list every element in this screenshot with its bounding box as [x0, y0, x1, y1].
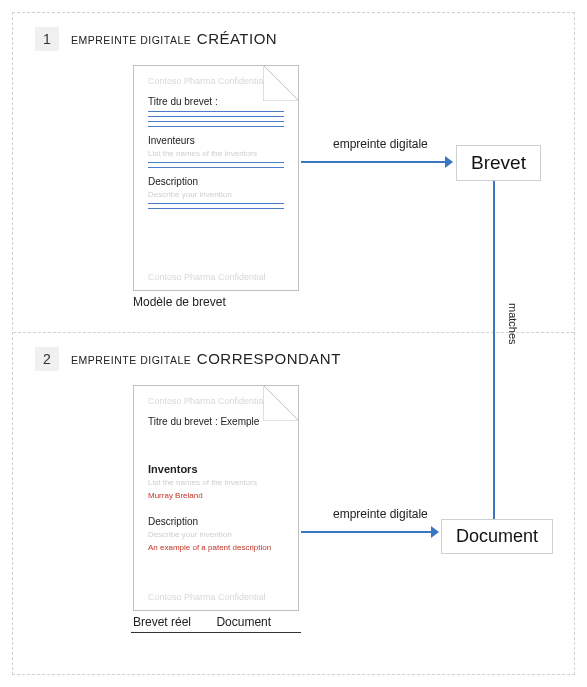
confidential-footer: Contoso Pharma Confidential	[148, 592, 266, 602]
page-fold-icon	[263, 65, 299, 101]
svg-marker-2	[445, 156, 453, 168]
brevet-label: Brevet	[471, 152, 526, 173]
diagram-canvas: 1 EMPREINTE DIGITALE CRÉATION Contoso Ph…	[12, 12, 575, 675]
svg-marker-0	[263, 65, 299, 101]
wave-line	[148, 556, 284, 560]
line	[148, 111, 284, 112]
step-label-2-big: CORRESPONDANT	[197, 350, 341, 367]
wave-line	[148, 451, 284, 455]
description-label: Description	[148, 176, 284, 187]
section-matching: 2 EMPREINTE DIGITALE CORRESPONDANT Conto…	[13, 333, 574, 674]
fingerprint-arrow-1	[301, 155, 453, 169]
step-label-2: EMPREINTE DIGITALE CORRESPONDANT	[71, 350, 341, 367]
title-section: Titre du brevet : Exemple	[148, 416, 284, 455]
real-document: Contoso Pharma Confidential Titre du bre…	[133, 385, 299, 611]
inventors-value: Murray Breland	[148, 491, 284, 500]
description-value: An example of a patent description	[148, 543, 284, 552]
line	[148, 203, 284, 204]
description-hint: Describe your invention	[148, 530, 284, 539]
inventors-hint: List the names of the inventors	[148, 149, 284, 158]
template-document: Contoso Pharma Confidential Titre du bre…	[133, 65, 299, 291]
template-caption: Modèle de brevet	[133, 295, 226, 309]
line	[148, 167, 284, 168]
line	[148, 126, 284, 127]
brevet-box: Brevet	[456, 145, 541, 181]
page-fold-icon	[263, 385, 299, 421]
step-number-1: 1	[35, 27, 59, 51]
inventors-hint: List the names of the inventors	[148, 478, 284, 487]
step-number-1-text: 1	[43, 31, 51, 47]
inventors-label: Inventeurs	[148, 135, 284, 146]
step-label-1-big: CRÉATION	[197, 30, 277, 47]
line	[148, 162, 284, 163]
step-label-1-small: EMPREINTE DIGITALE	[71, 34, 191, 46]
step-number-2-text: 2	[43, 351, 51, 367]
wave-line	[148, 504, 284, 508]
document-label: Document	[456, 526, 538, 546]
line	[148, 116, 284, 117]
step-number-2: 2	[35, 347, 59, 371]
fingerprint-label-2: empreinte digitale	[333, 507, 428, 521]
inventors-section: Inventors List the names of the inventor…	[148, 463, 284, 508]
wave-line	[148, 444, 284, 448]
wave-line	[148, 437, 284, 441]
svg-marker-5	[263, 385, 299, 421]
step-label-2-small: EMPREINTE DIGITALE	[71, 354, 191, 366]
wave-line	[148, 430, 284, 434]
inventors-section: Inventeurs List the names of the invento…	[148, 135, 284, 168]
real-caption: Brevet réel Document	[133, 615, 271, 629]
line	[148, 208, 284, 209]
real-caption-a: Brevet réel	[133, 615, 191, 629]
description-hint: Describe your invention	[148, 190, 284, 199]
description-section: Description Describe your invention An e…	[148, 516, 284, 560]
caption-underline	[131, 632, 301, 633]
description-label: Description	[148, 516, 284, 527]
inventors-label: Inventors	[148, 463, 284, 475]
description-section: Description Describe your invention	[148, 176, 284, 209]
line	[148, 121, 284, 122]
document-box: Document	[441, 519, 553, 554]
svg-marker-7	[431, 526, 439, 538]
confidential-footer: Contoso Pharma Confidential	[148, 272, 266, 282]
step-label-1: EMPREINTE DIGITALE CRÉATION	[71, 30, 277, 47]
real-caption-b: Document	[216, 615, 271, 629]
fingerprint-label-1: empreinte digitale	[333, 137, 428, 151]
fingerprint-arrow-2	[301, 525, 439, 539]
